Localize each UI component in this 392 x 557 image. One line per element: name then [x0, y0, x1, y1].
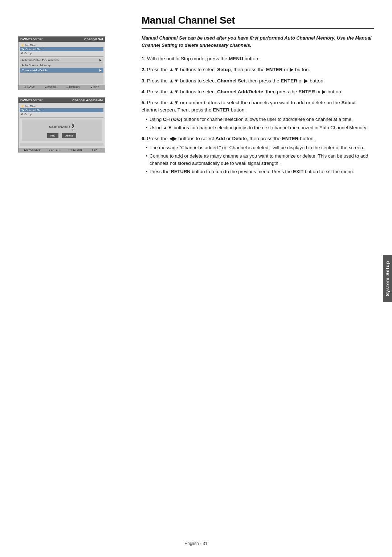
delete-button[interactable]: Delete — [62, 133, 76, 138]
screen1-menu-antenna: Antenna/Cable TV - Antenna ▶ — [20, 58, 103, 63]
screen1-row-nodisc: 📀 No Disc — [20, 43, 103, 47]
left-panel: DVD-Recorder Channel Set 📀 No Disc 📡 Cha… — [18, 15, 134, 542]
screen-mockup-1: DVD-Recorder Channel Set 📀 No Disc 📡 Cha… — [18, 36, 105, 90]
screen1-menu-auto: Auto Channel Memory — [20, 63, 103, 68]
screen1-header-right: Channel Set — [84, 37, 103, 41]
screen1-menu-channeladddel: Channel Add/Delete ▶ — [20, 68, 103, 73]
step-1: 1. With the unit in Stop mode, press the… — [142, 55, 374, 62]
add-button[interactable]: Add — [47, 133, 58, 138]
step-5-bullet-1: Using CH (⊙⊙) buttons for channel select… — [146, 116, 374, 123]
page-title-box: Manual Channel Set — [142, 15, 374, 29]
screen1-row-channelset: 📡 Channel Set — [20, 47, 103, 51]
step-6-bullet-1: The message "Channel is added." or "Chan… — [146, 144, 374, 151]
step-5-bullet-2: Using ▲▼ buttons for channel selection j… — [146, 124, 374, 131]
step-6-bullet-3: Press the RETURN button to return to the… — [146, 168, 374, 175]
step-6-bullet-2: Continue to add or delete as many channe… — [146, 153, 374, 167]
screen-mockup-2: DVD-Recorder Channel Add/Delete 📀 No Dis… — [18, 97, 105, 153]
screen2-header-right: Channel Add/Delete — [72, 98, 103, 102]
screen1-header-left: DVD-Recorder — [20, 37, 43, 41]
sidebar-tab-label: System Setup — [385, 261, 390, 296]
select-channel-label: Select channel : — [49, 125, 70, 129]
step-6: 6. Press the ◀▶ buttons to select Add or… — [142, 135, 374, 175]
screen2-row-nodisc: 📀 No Disc — [20, 104, 103, 108]
step-6-bullets: The message "Channel is added." or "Chan… — [146, 144, 374, 175]
step-3: 3. Press the ▲▼ buttons to select Channe… — [142, 77, 374, 85]
page-container: DVD-Recorder Channel Set 📀 No Disc 📡 Cha… — [0, 0, 392, 557]
screen2-header-left: DVD-Recorder — [20, 98, 43, 102]
select-channel-display: Select channel : ▲ 2 ▼ — [25, 122, 98, 131]
select-channel-box: Select channel : ▲ 2 ▼ Add Delete — [22, 119, 102, 141]
screen2-footer: 123 NUMBER ● ENTER ↩ RETURN ◄ EXIT — [19, 148, 105, 152]
screen1-body: 📀 No Disc 📡 Channel Set ⚙ Setup Antenna/… — [19, 42, 105, 85]
screen1-header: DVD-Recorder Channel Set — [19, 37, 105, 42]
step-5-bullets: Using CH (⊙⊙) buttons for channel select… — [146, 116, 374, 131]
step-2: 2. Press the ▲▼ buttons to select Setup,… — [142, 66, 374, 73]
right-panel: Manual Channel Set Manual Channel Set ca… — [134, 15, 374, 542]
sidebar-tab: System Setup — [383, 255, 392, 302]
screen2-row-setup: ⚙ Setup — [20, 112, 103, 116]
screen2-row-channelset: 📡 Channel Set — [20, 108, 103, 112]
page-number: English - 31 — [184, 541, 207, 546]
step-5: 5. Press the ▲▼ or number buttons to sel… — [142, 99, 374, 131]
channel-number: 2 — [72, 125, 74, 129]
page-title: Manual Channel Set — [142, 15, 374, 26]
step-4: 4. Press the ▲▼ buttons to select Channe… — [142, 88, 374, 95]
add-delete-buttons: Add Delete — [25, 133, 98, 138]
intro-text: Manual Channel Set can be used after you… — [142, 34, 374, 49]
screen1-row-setup: ⚙ Setup — [20, 51, 103, 55]
screen1-footer: ⊕ MOVE ● ENTER ↩ RETURN ◄ EXIT — [19, 85, 105, 90]
page-footer: English - 31 — [0, 541, 392, 546]
instructions-list: 1. With the unit in Stop mode, press the… — [142, 55, 374, 175]
screen2-body: 📀 No Disc 📡 Channel Set ⚙ Setup Select c… — [19, 103, 105, 148]
channel-arrows: ▲ 2 ▼ — [72, 122, 74, 131]
screen2-header: DVD-Recorder Channel Add/Delete — [19, 98, 105, 103]
